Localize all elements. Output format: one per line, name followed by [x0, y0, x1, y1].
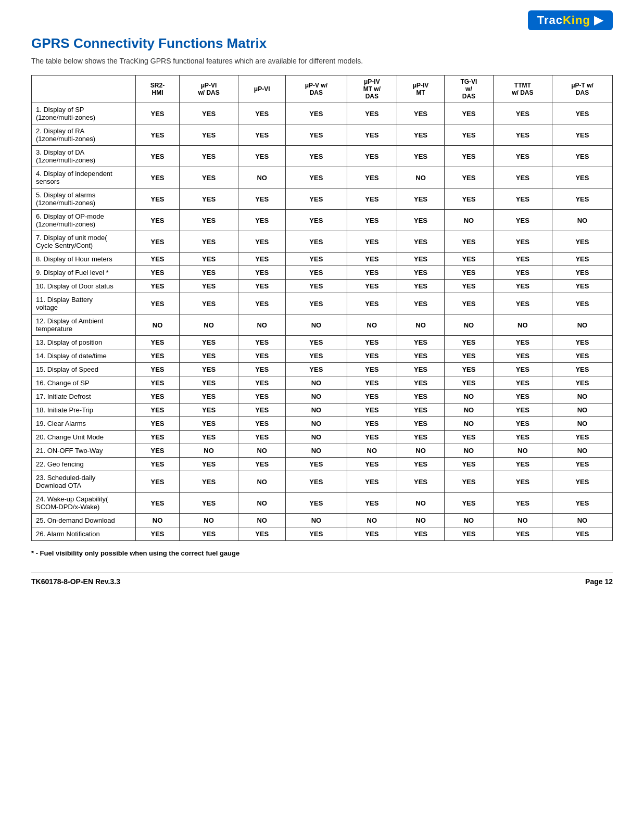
value-cell: YES [445, 431, 494, 444]
value-cell: YES [238, 293, 286, 314]
value-cell: YES [397, 363, 445, 376]
value-cell: YES [347, 363, 397, 376]
value-cell: NO [238, 471, 286, 493]
value-cell: YES [136, 167, 180, 188]
value-cell: YES [445, 231, 494, 253]
value-cell: YES [493, 103, 552, 124]
col-header-up4mtdas: μP-IVMT w/DAS [347, 75, 397, 103]
value-cell: YES [238, 363, 286, 376]
value-cell: NO [286, 314, 347, 336]
feature-cell: 12. Display of Ambienttemperature [32, 314, 136, 336]
value-cell: YES [552, 431, 612, 444]
value-cell: YES [445, 363, 494, 376]
value-cell: YES [493, 458, 552, 471]
table-header-row: SR2-HMI μP-VIw/ DAS μP-VI μP-V w/DAS μP-… [32, 75, 613, 103]
value-cell: NO [552, 417, 612, 431]
value-cell: YES [493, 376, 552, 390]
value-cell: YES [180, 124, 238, 146]
value-cell: YES [180, 188, 238, 210]
value-cell: YES [136, 471, 180, 493]
value-cell: YES [445, 124, 494, 146]
value-cell: NO [397, 493, 445, 514]
table-row: 24. Wake-up Capability(SCOM-DPD/x-Wake)Y… [32, 493, 613, 514]
feature-cell: 26. Alarm Notification [32, 527, 136, 541]
feature-cell: 19. Clear Alarms [32, 417, 136, 431]
value-cell: YES [397, 124, 445, 146]
value-cell: YES [552, 231, 612, 253]
value-cell: YES [445, 349, 494, 363]
value-cell: YES [347, 231, 397, 253]
table-row: 1. Display of SP(1zone/multi-zones)YESYE… [32, 103, 613, 124]
value-cell: YES [397, 376, 445, 390]
value-cell: YES [180, 376, 238, 390]
table-row: 10. Display of Door statusYESYESYESYESYE… [32, 280, 613, 293]
value-cell: YES [286, 253, 347, 266]
value-cell: YES [286, 471, 347, 493]
value-cell: YES [397, 253, 445, 266]
value-cell: YES [397, 231, 445, 253]
value-cell: NO [238, 167, 286, 188]
value-cell: YES [180, 403, 238, 417]
value-cell: YES [180, 349, 238, 363]
logo-container: TracKing ▶ [31, 10, 613, 30]
value-cell: YES [552, 293, 612, 314]
value-cell: YES [238, 417, 286, 431]
table-row: 13. Display of positionYESYESYESYESYESYE… [32, 336, 613, 349]
value-cell: YES [238, 390, 286, 403]
feature-cell: 18. Initiate Pre-Trip [32, 403, 136, 417]
feature-cell: 15. Display of Speed [32, 363, 136, 376]
value-cell: YES [238, 124, 286, 146]
value-cell: YES [238, 349, 286, 363]
value-cell: YES [493, 403, 552, 417]
value-cell: NO [493, 444, 552, 458]
value-cell: NO [286, 417, 347, 431]
value-cell: NO [397, 444, 445, 458]
value-cell: NO [445, 390, 494, 403]
table-row: 11. Display BatteryvoltageYESYESYESYESYE… [32, 293, 613, 314]
feature-cell: 21. ON-OFF Two-Way [32, 444, 136, 458]
value-cell: YES [136, 376, 180, 390]
value-cell: YES [552, 266, 612, 280]
value-cell: NO [445, 403, 494, 417]
value-cell: YES [286, 363, 347, 376]
feature-cell: 3. Display of DA(1zone/multi-zones) [32, 146, 136, 167]
value-cell: YES [238, 253, 286, 266]
value-cell: YES [493, 124, 552, 146]
table-row: 12. Display of AmbienttemperatureNONONON… [32, 314, 613, 336]
col-header-tg6das: TG-VIw/DAS [445, 75, 494, 103]
value-cell: NO [180, 314, 238, 336]
value-cell: NO [347, 444, 397, 458]
value-cell: YES [347, 390, 397, 403]
value-cell: NO [286, 403, 347, 417]
value-cell: YES [136, 188, 180, 210]
value-cell: YES [180, 363, 238, 376]
value-cell: YES [136, 493, 180, 514]
value-cell: NO [238, 514, 286, 527]
table-row: 20. Change Unit ModeYESYESYESNOYESYESYES… [32, 431, 613, 444]
value-cell: YES [397, 458, 445, 471]
value-cell: NO [397, 514, 445, 527]
value-cell: YES [136, 336, 180, 349]
value-cell: YES [136, 293, 180, 314]
value-cell: YES [136, 458, 180, 471]
col-header-up6das: μP-VIw/ DAS [180, 75, 238, 103]
value-cell: NO [493, 514, 552, 527]
value-cell: YES [397, 336, 445, 349]
table-row: 9. Display of Fuel level *YESYESYESYESYE… [32, 266, 613, 280]
value-cell: YES [347, 253, 397, 266]
feature-cell: 22. Geo fencing [32, 458, 136, 471]
feature-cell: 16. Change of SP [32, 376, 136, 390]
value-cell: YES [552, 493, 612, 514]
value-cell: NO [286, 390, 347, 403]
col-header-ttmt: TTMTw/ DAS [493, 75, 552, 103]
value-cell: YES [180, 280, 238, 293]
value-cell: YES [136, 390, 180, 403]
value-cell: YES [397, 266, 445, 280]
value-cell: YES [347, 167, 397, 188]
value-cell: YES [347, 458, 397, 471]
value-cell: YES [445, 253, 494, 266]
matrix-table: SR2-HMI μP-VIw/ DAS μP-VI μP-V w/DAS μP-… [31, 75, 613, 541]
value-cell: YES [493, 266, 552, 280]
value-cell: NO [238, 444, 286, 458]
value-cell: YES [238, 336, 286, 349]
